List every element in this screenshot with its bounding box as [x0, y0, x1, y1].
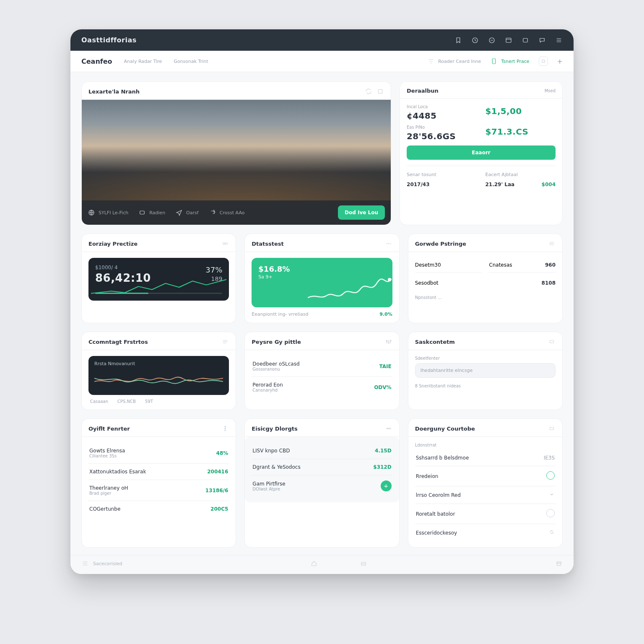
grid-toggle[interactable] [539, 57, 548, 66]
controls-card: Doerguny Courtobe Ldonstrrat Sshsarrd b … [408, 418, 563, 548]
bookmark-icon[interactable] [454, 36, 462, 44]
settings-lines-icon[interactable] [221, 338, 229, 345]
add-fab[interactable]: + [381, 480, 392, 491]
svg-point-18 [225, 430, 226, 431]
square-dot-icon [540, 57, 547, 65]
send-icon [175, 209, 183, 216]
list-item[interactable]: Sshsarrd b BelsdmoeIE3S [415, 450, 556, 466]
summary-kv-2: $1,5,00 [486, 104, 556, 121]
kebab-icon[interactable] [221, 425, 229, 432]
minus-circle-icon[interactable] [488, 36, 496, 44]
expand-icon[interactable] [377, 88, 384, 95]
outflow-title: Oyiflt Fenrter [88, 426, 130, 432]
sliders-icon[interactable] [385, 338, 392, 345]
page-title: Ceanfeo [81, 57, 112, 65]
rectangle-icon[interactable] [548, 338, 556, 345]
list-item[interactable]: COGertunbe200C5 [88, 501, 229, 517]
summary-button[interactable]: Eaaorr [407, 145, 556, 160]
stats-sparkline [308, 275, 392, 304]
rect-icon[interactable] [548, 425, 556, 432]
svg-point-20 [388, 428, 389, 429]
stats-value: $16.8% [258, 265, 385, 273]
movement-title: Ccomntagt Frstrtos [88, 339, 148, 345]
movement-legend: Casaaan CPS.NCB 59T [88, 395, 229, 404]
doc-icon [490, 57, 498, 65]
card-icon [138, 209, 146, 216]
list-item[interactable]: LISV knpo CBD4.15D [252, 443, 392, 459]
balance-title: Eorziay Prectize [88, 241, 138, 247]
list-item[interactable]: Roretalt batolor [415, 504, 556, 524]
menu-icon[interactable] [555, 36, 563, 44]
list-item[interactable]: Theerlraney oHBrad piger13186/6 [88, 480, 229, 501]
app-bar: Oasttidfforias [70, 29, 574, 51]
payers-card: Peysre Gy pittle Doedbeer oSLcasdGossora… [244, 332, 399, 410]
energy-title: Eisicgy Dlorgts [252, 426, 297, 432]
link-icon[interactable] [221, 240, 229, 247]
svg-rect-25 [557, 563, 561, 565]
balance-sparkline [91, 278, 226, 297]
hero-chip-3[interactable]: Oarsf [175, 209, 199, 216]
menu-lines-icon[interactable] [548, 240, 556, 247]
notes-input[interactable]: Ihedahtanritte elncsge [415, 363, 556, 378]
brand: Oasttidfforias [81, 36, 137, 44]
notes-footer: 8 Snentbstanit nideas [415, 384, 556, 388]
home-icon[interactable] [310, 560, 318, 567]
breakdown-footer: Npnsstont … [415, 295, 556, 300]
sub-bar: Ceanfeo Analy Radar Tire Gonsonak Trint … [70, 51, 574, 72]
list-item[interactable]: lrrso Ceorolm Red [415, 486, 556, 504]
hero-chip-2[interactable]: Radien [138, 209, 165, 216]
hero-card: Lexarte'la Nranh SYLFI Le-Fich Radien Oa… [81, 81, 391, 225]
layout-icon[interactable] [505, 36, 512, 44]
chat-icon[interactable] [538, 36, 546, 44]
appbar-actions [454, 36, 563, 44]
summary-mini-3: $004 [542, 182, 556, 187]
svg-rect-3 [523, 38, 528, 42]
stats-footer-value: 9.0% [379, 312, 392, 317]
svg-point-19 [387, 428, 387, 429]
add-button[interactable]: + [557, 57, 563, 65]
svg-rect-6 [379, 90, 382, 93]
hero-chip-1[interactable]: SYLFI Le-Fich [88, 209, 128, 216]
svg-point-17 [225, 428, 226, 429]
list-item[interactable]: Doedbeer oSLcasdGossoranonuTAIE [252, 356, 392, 377]
inbox-icon[interactable] [360, 560, 367, 567]
svg-rect-10 [226, 243, 228, 245]
balance-pct: 37% [205, 265, 222, 274]
dots-icon[interactable] [385, 425, 392, 432]
svg-point-21 [390, 428, 390, 429]
more-icon[interactable] [385, 240, 392, 247]
notes-title: Saskcontetm [415, 339, 455, 345]
list-item[interactable]: Dgrant & YeSodocs$312D [252, 459, 392, 475]
list-item[interactable]: Perorad EonCansnaryhdODV% [252, 377, 392, 397]
export-pill[interactable]: Tsnert Prace [490, 57, 529, 65]
hero-chip-4[interactable]: Crosst AAo [209, 209, 245, 216]
hero-cta-button[interactable]: Dod Ive Lou [338, 205, 385, 220]
list-item[interactable]: Essceridockesoy [415, 524, 556, 541]
svg-point-16 [225, 426, 226, 427]
subnav-link-1[interactable]: Analy Radar Tire [124, 59, 162, 64]
list-icon[interactable] [81, 560, 89, 567]
svg-rect-23 [361, 562, 366, 566]
summary-action[interactable]: Msed [545, 88, 556, 93]
list-item[interactable]: Xattonuktadios Esarak200416 [88, 464, 229, 480]
stats-card: Dtatsstest $16.8% Sa 9+ Eeanpiontt ing- … [244, 234, 399, 323]
list-item[interactable]: Gowts ElrensaCiliantee 3Ss48% [88, 443, 229, 464]
list-item[interactable]: Gam PirtfirseDOlwst Atpre+ [252, 475, 392, 496]
radio-off-icon [546, 509, 555, 517]
svg-rect-15 [550, 340, 554, 343]
clock-icon[interactable] [471, 36, 479, 44]
list-item[interactable]: Rredeion [415, 466, 556, 486]
breakdown-grid: Desetm30 Cnatesas960 Sesodbot 8108 [415, 258, 556, 290]
summary-card: Deraalbun Msed Incal Loca¢4485 $1,5,00 E… [400, 81, 563, 225]
filter-pill[interactable]: Roader Ceard Inne [427, 57, 481, 65]
energy-card: Eisicgy Dlorgts LISV knpo CBD4.15D Dgran… [244, 418, 399, 548]
window-icon[interactable] [522, 36, 529, 44]
svg-rect-8 [140, 211, 145, 214]
movement-tile: Rrsta Nmovanurit [88, 356, 229, 395]
hero-title: Lexarte'la Nranh [88, 88, 140, 95]
stats-green-tile: $16.8% Sa 9+ [252, 258, 392, 307]
hero-image [82, 100, 391, 200]
archive-icon[interactable] [555, 560, 563, 567]
refresh-icon[interactable] [365, 88, 372, 95]
subnav-link-2[interactable]: Gonsonak Trint [174, 59, 208, 64]
